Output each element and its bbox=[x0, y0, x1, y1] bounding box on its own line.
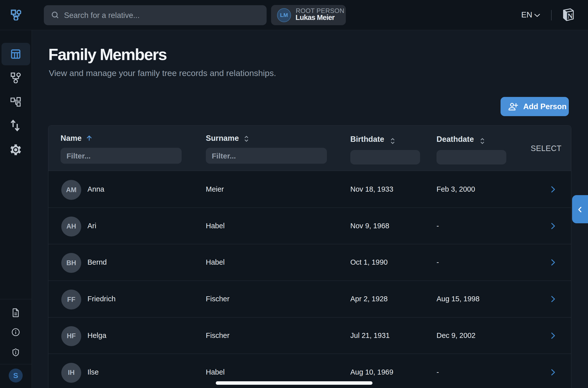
svg-text:N: N bbox=[567, 12, 573, 20]
